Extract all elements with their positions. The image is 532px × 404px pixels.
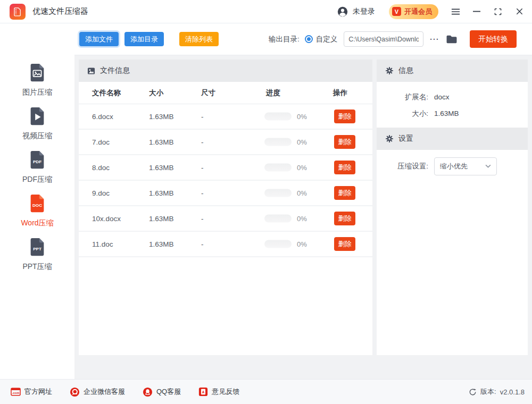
login-status[interactable]: 未登录: [353, 7, 375, 16]
delete-button[interactable]: 删除: [334, 212, 355, 225]
progress-bar: [264, 189, 292, 197]
version-value: v2.0.1.8: [500, 388, 525, 396]
file-size: 1.63MB: [149, 189, 174, 197]
file-dimension: -: [201, 240, 204, 248]
qq-support-link[interactable]: QQ客服: [143, 387, 181, 397]
extension-value: docx: [434, 93, 450, 101]
update-refresh-icon: [469, 388, 477, 396]
image-file-icon: [27, 63, 47, 84]
close-button[interactable]: [509, 0, 530, 23]
progress-bar: [264, 113, 292, 121]
table-row: 11.doc 1.63MB - 0% 删除: [79, 232, 372, 257]
sidebar-item-ppt-compress[interactable]: PPT PPT压缩: [22, 237, 52, 272]
info-body: 扩展名: docx 大小: 1.63MB: [377, 82, 528, 128]
vip-icon: V: [392, 7, 401, 16]
sidebar-item-label: 图片压缩: [22, 88, 52, 97]
col-action: 操作: [333, 88, 347, 98]
feedback-label: 意见反馈: [212, 387, 239, 397]
sidebar-item-pdf-compress[interactable]: PDF PDF压缩: [22, 150, 52, 184]
file-dimension: -: [201, 215, 204, 223]
close-icon: [516, 7, 523, 15]
sidebar: 图片压缩 视频压缩 PDF PDF压缩 DOC Word压缩 PPT: [0, 23, 74, 379]
sidebar-item-video-compress[interactable]: 视频压缩: [22, 106, 52, 141]
output-dir-label: 输出目录:: [269, 35, 300, 44]
hamburger-icon: [451, 8, 460, 15]
progress-percent: 0%: [297, 189, 307, 197]
file-info-header: 文件信息: [79, 60, 372, 82]
doc-file-icon: DOC: [27, 193, 47, 215]
gear-icon: [385, 66, 394, 75]
delete-button[interactable]: 删除: [334, 237, 355, 251]
delete-button[interactable]: 删除: [334, 186, 355, 200]
sidebar-item-word-compress[interactable]: DOC Word压缩: [21, 193, 53, 228]
vip-upgrade-button[interactable]: V 开通会员: [389, 4, 438, 19]
folder-icon: [446, 35, 458, 44]
size-label: 大小:: [377, 109, 428, 119]
start-convert-button[interactable]: 开始转换: [470, 30, 517, 48]
file-size: 1.63MB: [149, 113, 174, 121]
maximize-icon: [494, 7, 502, 16]
feedback-link[interactable]: A 意见反馈: [198, 387, 239, 397]
table-row: 7.doc 1.63MB - 0% 删除: [79, 130, 372, 155]
svg-text:.com: .com: [12, 391, 20, 394]
info-header: 信息: [377, 60, 528, 82]
ppt-file-icon: PPT: [27, 237, 47, 258]
qq-icon: [143, 387, 153, 397]
custom-radio[interactable]: [305, 35, 313, 43]
delete-button[interactable]: 删除: [334, 161, 355, 174]
sidebar-item-label: Word压缩: [21, 218, 53, 228]
footer: .com 官方网址 企业微信客服 QQ客服 A 意见反馈: [0, 379, 532, 404]
delete-button[interactable]: 删除: [334, 110, 355, 123]
output-path-input[interactable]: [344, 31, 423, 47]
doc-badge: DOC: [32, 203, 42, 208]
login-area[interactable]: 未登录: [337, 6, 375, 18]
clear-list-button[interactable]: 清除列表: [179, 32, 219, 46]
file-size: 1.63MB: [149, 215, 174, 223]
compress-setting-label: 压缩设置:: [377, 162, 428, 171]
file-info-title: 文件信息: [100, 66, 130, 75]
file-info-panel: 文件信息 文件名称 大小 尺寸 进度 操作 6.docx 1.63MB - 0%…: [79, 60, 372, 355]
radio-dot: [307, 37, 311, 41]
add-file-button[interactable]: 添加文件: [79, 32, 119, 46]
menu-button[interactable]: [445, 0, 466, 23]
chevron-down-icon: [485, 164, 491, 168]
file-size: 1.63MB: [149, 138, 174, 146]
progress-percent: 0%: [297, 138, 307, 146]
settings-title: 设置: [398, 134, 413, 144]
progress-bar: [264, 215, 292, 223]
compress-setting-select[interactable]: 缩小优先: [434, 157, 497, 175]
progress-percent: 0%: [297, 240, 307, 248]
add-directory-button[interactable]: 添加目录: [124, 32, 164, 46]
version-label: 版本:: [480, 387, 496, 397]
official-site-link[interactable]: .com 官方网址: [11, 387, 52, 397]
sidebar-item-label: 视频压缩: [22, 131, 52, 141]
open-folder-button[interactable]: [445, 33, 459, 45]
delete-button[interactable]: 删除: [334, 135, 355, 149]
vip-label: 开通会员: [404, 7, 432, 16]
file-size: 1.63MB: [149, 240, 174, 248]
progress-bar: [264, 164, 292, 172]
official-site-label: 官方网址: [24, 387, 52, 397]
col-size: 大小: [149, 88, 163, 98]
sidebar-item-image-compress[interactable]: 图片压缩: [22, 63, 52, 97]
table-row: 6.docx 1.63MB - 0% 删除: [79, 104, 372, 130]
table-header: 文件名称 大小 尺寸 进度 操作: [79, 82, 372, 104]
size-value: 1.63MB: [434, 110, 459, 117]
wecom-support-link[interactable]: 企业微信客服: [70, 387, 125, 397]
file-dimension: -: [201, 113, 204, 121]
feedback-icon: A: [198, 387, 208, 397]
minimize-button[interactable]: [466, 0, 487, 23]
info-title: 信息: [398, 66, 413, 75]
col-dimension: 尺寸: [201, 88, 215, 98]
compress-setting-value: 缩小优先: [440, 162, 468, 171]
table-row: 10x.docx 1.63MB - 0% 删除: [79, 206, 372, 232]
table-row: 8.doc 1.63MB - 0% 删除: [79, 155, 372, 181]
file-dimension: -: [201, 138, 204, 146]
col-filename: 文件名称: [92, 88, 121, 98]
file-size: 1.63MB: [149, 164, 174, 172]
svg-text:A: A: [202, 390, 205, 394]
progress-percent: 0%: [297, 215, 307, 223]
browse-more-button[interactable]: ⋯: [428, 32, 440, 46]
file-name: 7.doc: [92, 138, 110, 146]
maximize-button[interactable]: [487, 0, 509, 23]
